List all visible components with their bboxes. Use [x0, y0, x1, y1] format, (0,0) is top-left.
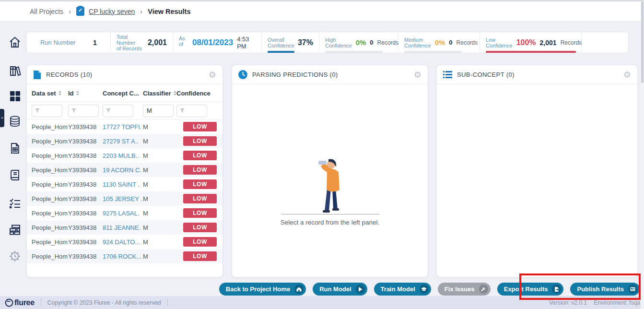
confidence-badge: LOW: [183, 165, 217, 175]
wrench-icon: [479, 285, 488, 294]
fluree-logo-icon: [5, 298, 13, 307]
table-row[interactable]: People_Hom. Y3939438 17727 TOPFI. M LOW: [27, 119, 222, 134]
cell-concept[interactable]: 2203 MULB..: [103, 152, 143, 159]
column-header-concept[interactable]: Concept C...: [103, 90, 143, 97]
table-rows-icon[interactable]: [8, 223, 22, 237]
cell-concept[interactable]: 19 ACORN C.: [103, 166, 143, 174]
table-row[interactable]: People_Hom. Y3939438 9275 LASAL. M LOW: [27, 206, 222, 220]
column-header-id[interactable]: Id: [68, 90, 103, 97]
cell-concept[interactable]: 924 DALTO...: [103, 238, 143, 246]
file-table-icon[interactable]: [8, 142, 22, 155]
confidence-badge: LOW: [183, 122, 217, 131]
cell-concept[interactable]: 1130 SAINT .: [103, 181, 143, 188]
cell-concept[interactable]: 27279 ST A..: [103, 138, 143, 145]
stat-overall-confidence: OverallConfidence 37%: [262, 32, 319, 53]
stat-medium-confidence: MediumConfidence 0% 0 Records: [398, 32, 480, 53]
low-confidence-count: 2,001: [540, 39, 557, 47]
parsing-predictions-panel: PARSING PREDICTIONS (0) ⚙ Select a recor…: [232, 65, 428, 277]
column-header-confidence[interactable]: Confidence: [176, 90, 218, 97]
database-icon[interactable]: [8, 115, 22, 128]
run-model-button[interactable]: Run Model: [313, 283, 367, 296]
table-row[interactable]: People_Hom. Y3939438 1130 SAINT . M LOW: [27, 177, 222, 191]
table-row[interactable]: People_Hom. Y3939438 19 ACORN C. M LOW: [27, 163, 222, 177]
column-header-dataset[interactable]: Data set: [32, 90, 68, 97]
overall-confidence-bar: [268, 51, 294, 53]
checklist-icon[interactable]: [8, 197, 22, 210]
medium-confidence-bar: [404, 51, 462, 53]
home-icon[interactable]: [8, 36, 22, 49]
train-model-button[interactable]: Train Model: [374, 283, 431, 296]
high-confidence-count: 0: [370, 39, 373, 46]
cell-classifier: M: [143, 181, 176, 188]
parsing-panel-title: PARSING PREDICTIONS (0): [252, 71, 338, 78]
table-row[interactable]: People_Hom. Y3939438 1706 ROCK... M LOW: [27, 249, 222, 263]
chevron-right-icon: ›: [69, 7, 71, 15]
settings-history-icon[interactable]: [8, 250, 22, 263]
filter-input-classifier[interactable]: [143, 105, 174, 117]
cell-dataset: People_Hom.: [32, 152, 68, 159]
footer-divider: [167, 299, 168, 306]
gear-icon[interactable]: ⚙: [414, 71, 422, 79]
sub-concept-panel: SUB-CONCEPT (0) ⚙: [436, 65, 638, 277]
cell-classifier: M: [143, 195, 176, 202]
total-records-label: Total Number: [117, 34, 135, 46]
cell-id: Y3939438: [68, 166, 103, 174]
table-row[interactable]: People_Hom. Y3939438 105 JERSEY . M LOW: [27, 191, 222, 206]
ground-line: [281, 214, 379, 214]
run-summary-bar: Run Number 1 Total Numberof Records 2,00…: [26, 32, 629, 53]
apps-grid-icon[interactable]: [8, 89, 22, 103]
empty-state-text: Select a record from the left panel.: [281, 219, 379, 226]
scrollbar-thumb[interactable]: [641, 1, 644, 83]
cell-dataset: People_Hom.: [32, 123, 68, 131]
column-header-classifier[interactable]: Classifier: [143, 90, 176, 97]
gear-icon[interactable]: ⚙: [623, 71, 631, 79]
low-confidence-pct: 100%: [516, 38, 536, 47]
stat-empty-segment: [582, 32, 628, 53]
breadcrumb-all-projects[interactable]: All Projects: [30, 8, 63, 15]
back-to-project-home-button[interactable]: Back to Project Home: [219, 283, 306, 296]
gear-icon[interactable]: ⚙: [209, 71, 216, 79]
parsing-empty-state: Select a record from the left panel.: [232, 84, 428, 277]
sidebar-expand-handle[interactable]: »: [0, 109, 4, 127]
table-row[interactable]: People_Hom. Y3939438 811 JEANNE. M LOW: [27, 220, 222, 235]
breadcrumb-project-link[interactable]: CP lucky seven: [89, 8, 135, 15]
book-icon[interactable]: [8, 168, 22, 182]
cell-classifier: M: [143, 238, 176, 246]
records-panel: RECORDS (10) ⚙ Data set Id Concept C... …: [26, 65, 223, 277]
as-of-time: 4:53 PM: [237, 36, 256, 50]
confidence-badge: LOW: [183, 251, 217, 261]
cell-concept[interactable]: 811 JEANNE.: [103, 224, 143, 231]
footer-divider: [41, 299, 41, 306]
fix-issues-button[interactable]: Fix Issues: [438, 283, 491, 296]
confidence-badge: LOW: [183, 194, 217, 203]
filter-funnel-icon: [71, 108, 77, 113]
cell-id: Y3939438: [68, 210, 103, 217]
table-row[interactable]: People_Hom. Y3939438 924 DALTO... M LOW: [27, 235, 222, 249]
records-filter-row: [27, 102, 222, 119]
confidence-badge: LOW: [183, 136, 217, 146]
table-row[interactable]: People_Hom. Y3939438 27279 ST A.. M LOW: [27, 134, 222, 148]
version-text: Version: v2.0.1: [549, 299, 587, 306]
low-confidence-records: Records: [561, 39, 582, 46]
high-confidence-label: High: [325, 37, 336, 43]
fluree-logo[interactable]: fluree: [5, 298, 35, 307]
cell-concept[interactable]: 1706 ROCK...: [103, 253, 143, 260]
cell-dataset: People_Hom.: [32, 210, 68, 217]
cell-id: Y3939438: [68, 195, 103, 202]
vertical-scrollbar[interactable]: [641, 1, 644, 309]
cell-concept[interactable]: 17727 TOPFI.: [103, 123, 143, 131]
table-row[interactable]: People_Hom. Y3939438 2203 MULB.. M LOW: [27, 148, 222, 163]
library-icon[interactable]: [8, 64, 22, 78]
run-number-label: Run Number: [40, 40, 76, 46]
cell-concept[interactable]: 9275 LASAL.: [103, 210, 143, 217]
confidence-badge: LOW: [183, 208, 217, 218]
cell-concept[interactable]: 105 JERSEY .: [103, 195, 143, 202]
cell-id: Y3939438: [68, 224, 103, 231]
high-confidence-records: Records: [377, 39, 399, 46]
clipboard-check-icon: [76, 7, 84, 16]
cell-id: Y3939438: [68, 123, 103, 131]
high-confidence-bar: [325, 51, 383, 53]
cell-dataset: People_Hom.: [32, 166, 68, 174]
as-of-date[interactable]: 08/01/2023: [192, 38, 233, 48]
cell-id: Y3939438: [68, 138, 103, 145]
